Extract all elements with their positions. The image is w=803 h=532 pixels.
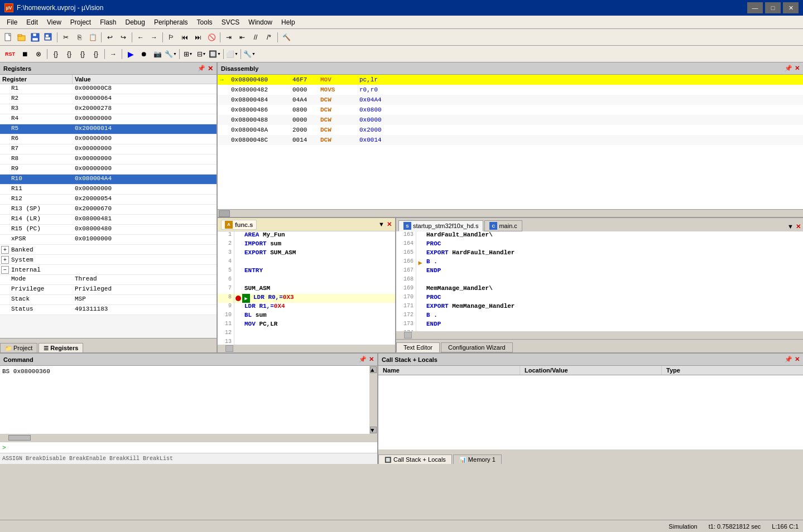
tab-config-wizard[interactable]: Configuration Wizard xyxy=(441,342,513,352)
tb2-curly2[interactable]: {} xyxy=(63,48,75,60)
startup-hscroll-thumb[interactable] xyxy=(404,332,412,338)
tb2-extra5[interactable]: ⬜▼ xyxy=(226,48,238,60)
tb-save[interactable] xyxy=(29,31,41,43)
tb2-run2[interactable]: ▶ xyxy=(124,48,137,60)
tb-nav-fwd[interactable]: → xyxy=(148,31,160,43)
menu-item-help[interactable]: Help xyxy=(277,17,300,27)
tb-bm-clear[interactable]: 🚫 xyxy=(205,31,218,43)
menu-item-debug[interactable]: Debug xyxy=(121,17,150,27)
tb2-extra6[interactable]: 🔧▼ xyxy=(243,48,256,60)
cmd-hscroll-thumb[interactable] xyxy=(8,435,31,441)
tb-paste[interactable]: 📋 xyxy=(86,31,99,43)
cmd-scroll-up[interactable]: ▲ xyxy=(370,366,377,373)
startup-dropdown-icon[interactable]: ▼ xyxy=(787,223,794,230)
menu-item-tools[interactable]: Tools xyxy=(193,17,217,27)
tb2-extra3[interactable]: ⊟▼ xyxy=(195,48,208,60)
dis-hscroll-thumb[interactable] xyxy=(219,210,230,217)
tb-redo[interactable]: ↪ xyxy=(117,31,129,43)
tb2-curly3[interactable]: {} xyxy=(76,48,89,60)
menu-item-edit[interactable]: Edit xyxy=(22,17,42,27)
tb-save-all[interactable] xyxy=(42,31,55,43)
tb2-extra2[interactable]: 🔧▼ xyxy=(165,48,177,60)
funcs-close-icon[interactable]: ✕ xyxy=(387,221,392,228)
tb2-extra4[interactable]: 🔲▼ xyxy=(209,48,221,60)
internal-tree-item[interactable]: − Internal xyxy=(0,265,217,275)
tb-copy[interactable]: ⎘ xyxy=(73,31,85,43)
tb-cut[interactable]: ✂ xyxy=(60,31,72,43)
status-position: L:166 C:1 xyxy=(772,523,799,530)
tb-indent[interactable]: ⇥ xyxy=(223,31,235,43)
reg-col-value: Value xyxy=(73,75,217,84)
tb-bm-prev[interactable]: ⏮ xyxy=(179,31,191,43)
tb-nav-back[interactable]: ← xyxy=(134,31,147,43)
tab-project[interactable]: 📁 Project xyxy=(0,343,37,352)
tab-callstack-locals[interactable]: 🔲 Call Stack + Locals xyxy=(378,454,452,464)
registers-pin-icon[interactable]: 📌 xyxy=(198,65,205,72)
tb-new[interactable] xyxy=(2,31,15,43)
disassembly-pin-icon[interactable]: 📌 xyxy=(785,65,792,72)
startup-close-icon[interactable]: ✕ xyxy=(796,223,801,230)
tb2-stop[interactable]: ⏹ xyxy=(19,48,31,60)
tb2-run[interactable]: ⊗ xyxy=(32,48,45,60)
startup-hscroll[interactable] xyxy=(396,331,803,339)
command-pin-icon[interactable]: 📌 xyxy=(359,356,367,363)
menu-item-peripherals[interactable]: Peripherals xyxy=(150,17,193,27)
menu-item-file[interactable]: File xyxy=(2,17,22,27)
tb-bm-next[interactable]: ⏭ xyxy=(192,31,204,43)
menu-item-flash[interactable]: Flash xyxy=(95,17,121,27)
table-row: Stack MSP xyxy=(0,295,217,305)
tb-comment[interactable]: // xyxy=(249,31,262,43)
tb-uncomment[interactable]: /* xyxy=(263,31,275,43)
close-button[interactable]: ✕ xyxy=(783,2,799,13)
minimize-button[interactable]: — xyxy=(747,2,763,13)
tb2-rec[interactable]: ⏺ xyxy=(138,48,150,60)
disassembly-close-icon[interactable]: ✕ xyxy=(795,65,800,72)
tb-unindent[interactable]: ⇤ xyxy=(236,31,248,43)
table-row: R2 0x00000064 xyxy=(0,94,217,104)
tab-registers[interactable]: ☰ Registers xyxy=(39,343,83,352)
memory-tab-label: Memory 1 xyxy=(468,456,496,463)
funcs-hscroll[interactable] xyxy=(218,345,395,352)
table-row: R4 0x00000000 xyxy=(0,114,217,124)
tb-sep-1 xyxy=(57,32,57,42)
menu-item-project[interactable]: Project xyxy=(66,17,95,27)
window-controls: — □ ✕ xyxy=(747,2,799,13)
tab-text-editor[interactable]: Text Editor xyxy=(396,342,440,352)
banked-tree-item[interactable]: + Banked xyxy=(0,245,217,255)
tab-memory-1[interactable]: 📊 Memory 1 xyxy=(453,454,502,464)
callstack-pin-icon[interactable]: 📌 xyxy=(785,356,792,363)
startup-controls: ▼ ✕ xyxy=(787,223,801,231)
startup-tab-active[interactable]: S startup_stm32f10x_hd.s xyxy=(398,220,483,231)
tb2-extra1[interactable]: 📷 xyxy=(151,48,164,60)
dis-hscroll[interactable] xyxy=(218,209,803,217)
command-close-icon[interactable]: ✕ xyxy=(369,356,374,363)
cmd-hscroll[interactable] xyxy=(1,434,377,441)
funcs-file-tab[interactable]: A func.s xyxy=(221,220,257,230)
cmd-scroll-down[interactable]: ▼ xyxy=(370,427,377,433)
tb-open[interactable] xyxy=(16,31,28,43)
tb2-rst[interactable]: RST xyxy=(2,48,18,60)
tb-build[interactable]: 🔨 xyxy=(280,31,292,43)
funcs-dropdown-icon[interactable]: ▼ xyxy=(378,221,384,228)
funcs-hscroll-thumb[interactable] xyxy=(225,345,233,352)
menu-item-svcs[interactable]: SVCS xyxy=(217,17,244,27)
cmd-vscroll[interactable]: ▲ ▼ xyxy=(369,366,377,434)
code-line: 172 B . xyxy=(396,312,803,321)
menu-item-view[interactable]: View xyxy=(42,17,66,27)
tb-bookmark[interactable]: 🏳 xyxy=(165,31,177,43)
tb-undo[interactable]: ↩ xyxy=(104,31,116,43)
cmd-hscroll-area[interactable] xyxy=(0,434,377,442)
mainc-tab[interactable]: C main.c xyxy=(484,220,522,231)
tb2-curly4[interactable]: {} xyxy=(90,48,102,60)
tb2-grid[interactable]: ⊞▼ xyxy=(182,48,194,60)
menu-item-window[interactable]: Window xyxy=(244,17,277,27)
system-tree-item[interactable]: + System xyxy=(0,255,217,265)
command-title: Command xyxy=(3,356,33,363)
toolbar-2: RST ⏹ ⊗ {} {} {} {} → ▶ ⏺ 📷 🔧▼ ⊞▼ ⊟▼ 🔲▼ … xyxy=(0,46,803,62)
maximize-button[interactable]: □ xyxy=(765,2,781,13)
registers-close-icon[interactable]: ✕ xyxy=(208,65,213,72)
tb2-step-into[interactable]: → xyxy=(107,48,119,60)
tb2-curly1[interactable]: {} xyxy=(50,48,62,60)
code-line: 13 xyxy=(218,338,395,345)
callstack-close-icon[interactable]: ✕ xyxy=(795,356,800,363)
